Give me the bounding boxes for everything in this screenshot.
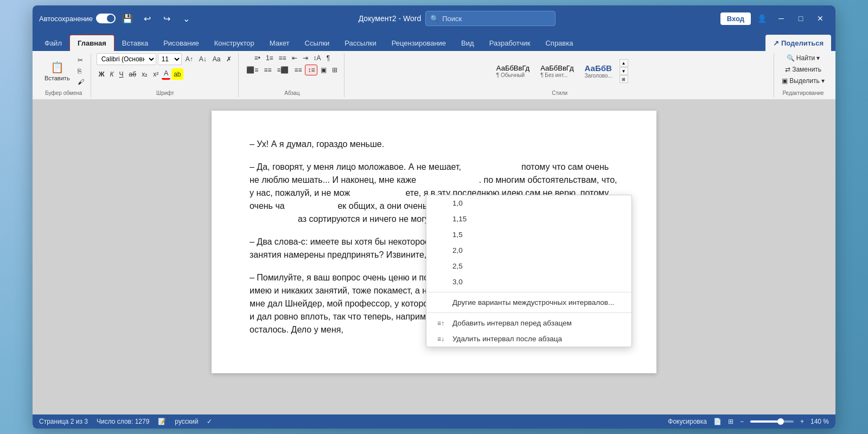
tab-review[interactable]: Рецензирование bbox=[384, 35, 454, 51]
autosave-label: Автосохранение bbox=[39, 15, 93, 23]
style-heading[interactable]: АаБбВ Заголово... bbox=[580, 61, 617, 81]
style-scroll-more[interactable]: ⊞ bbox=[620, 75, 628, 83]
sort-button[interactable]: ↕A bbox=[311, 53, 323, 63]
strikethrough-button[interactable]: аб bbox=[127, 68, 139, 80]
style-scroll-up[interactable]: ▲ bbox=[620, 59, 628, 67]
redo-button[interactable]: ↪ bbox=[159, 11, 174, 26]
style-nospacing[interactable]: АаБбВвГд ¶ Без инт... bbox=[535, 61, 578, 81]
numbering-button[interactable]: 1≡ bbox=[264, 53, 276, 63]
clipboard-label: Буфер обмена bbox=[45, 89, 82, 97]
title-right: Вход 👤 ─ □ ✕ bbox=[720, 10, 829, 27]
borders-button[interactable]: ⊞ bbox=[330, 65, 340, 75]
show-marks-button[interactable]: ¶ bbox=[324, 53, 332, 63]
tab-design[interactable]: Конструктор bbox=[207, 35, 262, 51]
spacing-2-5[interactable]: 2,5 bbox=[426, 258, 631, 274]
signin-button[interactable]: Вход bbox=[720, 12, 751, 25]
tab-help[interactable]: Справка bbox=[538, 35, 580, 51]
justify-button[interactable]: ≡≡ bbox=[292, 65, 304, 75]
tab-developer[interactable]: Разработчик bbox=[482, 35, 538, 51]
paragraph-label: Абзац bbox=[284, 89, 299, 97]
maximize-button[interactable]: □ bbox=[792, 10, 809, 27]
page-indicator[interactable]: Страница 2 из 3 bbox=[39, 418, 88, 425]
bullets-button[interactable]: ≡• bbox=[252, 53, 263, 63]
align-left-button[interactable]: ⬛≡ bbox=[244, 65, 260, 75]
ribbon-group-editing: 🔍 Найти ▾ ⇄ Заменить ▣ Выделить ▾ Редакт… bbox=[775, 53, 831, 97]
underline-button[interactable]: Ч bbox=[117, 68, 126, 80]
italic-button[interactable]: К bbox=[108, 68, 116, 80]
tab-view[interactable]: Вид bbox=[454, 35, 482, 51]
search-icon: 🔍 bbox=[430, 15, 439, 23]
line-spacing-dropdown: 1,0 1,15 1,5 2,0 2,5 3,0 bbox=[426, 195, 632, 347]
style-scroll: ▲ ▼ ⊞ bbox=[620, 59, 628, 83]
find-button[interactable]: 🔍 Найти ▾ bbox=[784, 53, 822, 63]
bold-button[interactable]: Ж bbox=[97, 68, 107, 80]
focus-mode[interactable]: Фокусировка bbox=[668, 418, 707, 425]
style-normal[interactable]: АаБбВвГд ¶ Обычный bbox=[492, 61, 534, 81]
view-icon-2[interactable]: ⊞ bbox=[728, 418, 733, 425]
tab-references[interactable]: Ссылки bbox=[297, 35, 337, 51]
font-color-button[interactable]: A bbox=[162, 68, 170, 80]
increase-indent-button[interactable]: ⇥ bbox=[301, 53, 310, 63]
remove-space-after[interactable]: ≡↓ Удалить интервал после абзаца bbox=[426, 331, 631, 347]
case-button[interactable]: Aa bbox=[210, 53, 223, 65]
zoom-slider[interactable] bbox=[750, 420, 794, 423]
spacing-1-5[interactable]: 1,5 bbox=[426, 227, 631, 242]
zoom-in-button[interactable]: + bbox=[800, 418, 804, 425]
superscript-button[interactable]: x² bbox=[151, 68, 161, 80]
tab-layout[interactable]: Макет bbox=[262, 35, 297, 51]
select-button[interactable]: ▣ Выделить ▾ bbox=[780, 76, 827, 86]
add-space-before[interactable]: ≡↑ Добавить интервал перед абзацем bbox=[426, 315, 631, 331]
zoom-out-button[interactable]: − bbox=[740, 418, 744, 425]
multilevel-button[interactable]: ≡≡ bbox=[277, 53, 289, 63]
increase-font-button[interactable]: A↑ bbox=[183, 53, 195, 65]
undo-button[interactable]: ↩ bbox=[139, 11, 155, 26]
spacing-1-15[interactable]: 1,15 bbox=[426, 211, 631, 227]
word-count[interactable]: Число слов: 1279 bbox=[97, 418, 149, 425]
zoom-slider-thumb bbox=[777, 418, 784, 425]
language[interactable]: русский bbox=[175, 418, 198, 425]
ribbon-tabs: Файл Главная Вставка Рисование Конструкт… bbox=[33, 31, 835, 51]
align-right-button[interactable]: ≡⬛ bbox=[275, 65, 291, 75]
replace-button[interactable]: ⇄ Заменить bbox=[783, 65, 824, 74]
spacing-3-0[interactable]: 3,0 bbox=[426, 274, 631, 290]
clear-format-button[interactable]: ✗ bbox=[224, 53, 234, 65]
more-spacing-options[interactable]: Другие варианты междустрочных интервалов… bbox=[426, 295, 631, 310]
save-button[interactable]: 💾 bbox=[120, 11, 135, 26]
ribbon-group-paragraph: ≡• 1≡ ≡≡ ⇤ ⇥ ↕A ¶ ⬛≡ ≡≡ ≡⬛ ≡≡ ↕≡ ▣ ⊞ bbox=[240, 53, 344, 97]
minimize-button[interactable]: ─ bbox=[773, 10, 790, 27]
profile-button[interactable]: 👤 bbox=[753, 10, 770, 27]
copy-button[interactable]: ⎘ bbox=[75, 66, 86, 76]
tab-draw[interactable]: Рисование bbox=[156, 35, 206, 51]
ribbon-group-clipboard: 📋 Вставить ✂ ⎘ 🖌 Буфер обмена bbox=[37, 53, 91, 97]
tab-insert[interactable]: Вставка bbox=[114, 35, 156, 51]
ribbon: 📋 Вставить ✂ ⎘ 🖌 Буфер обмена Calibri (О… bbox=[33, 51, 835, 100]
search-box[interactable]: 🔍 Поиск bbox=[425, 11, 556, 26]
customize-button[interactable]: ⌄ bbox=[178, 11, 194, 26]
subscript-button[interactable]: x₂ bbox=[139, 68, 150, 80]
tab-mailings[interactable]: Рассылки bbox=[337, 35, 384, 51]
paragraph-row2: ⬛≡ ≡≡ ≡⬛ ≡≡ ↕≡ ▣ ⊞ bbox=[244, 65, 340, 75]
shading-button[interactable]: ▣ bbox=[318, 65, 329, 75]
align-center-button[interactable]: ≡≡ bbox=[261, 65, 273, 75]
line-spacing-button[interactable]: ↕≡ bbox=[305, 65, 317, 75]
paste-button[interactable]: 📋 Вставить bbox=[41, 59, 73, 84]
font-family-select[interactable]: Calibri (Основн... bbox=[97, 53, 156, 65]
autosave-toggle[interactable] bbox=[96, 14, 116, 23]
zoom-level[interactable]: 140 % bbox=[810, 418, 829, 425]
spacing-1-0[interactable]: 1,0 bbox=[426, 195, 631, 211]
format-painter-button[interactable]: 🖌 bbox=[75, 77, 86, 87]
cut-button[interactable]: ✂ bbox=[75, 55, 86, 65]
share-button[interactable]: ↗ Поделиться bbox=[765, 35, 831, 51]
decrease-font-button[interactable]: A↓ bbox=[197, 53, 209, 65]
close-button[interactable]: ✕ bbox=[812, 10, 829, 27]
view-icon-1[interactable]: 📄 bbox=[713, 418, 722, 425]
title-bar: Автосохранение 💾 ↩ ↪ ⌄ Документ2 - Word … bbox=[33, 5, 835, 31]
highlight-button[interactable]: ab bbox=[171, 68, 183, 80]
decrease-indent-button[interactable]: ⇤ bbox=[290, 53, 299, 63]
dropdown-separator-2 bbox=[426, 312, 631, 313]
style-scroll-down[interactable]: ▼ bbox=[620, 67, 628, 75]
tab-file[interactable]: Файл bbox=[37, 35, 69, 51]
tab-home[interactable]: Главная bbox=[69, 35, 114, 51]
font-size-select[interactable]: 11 bbox=[158, 53, 182, 65]
spacing-2-0[interactable]: 2,0 bbox=[426, 242, 631, 258]
